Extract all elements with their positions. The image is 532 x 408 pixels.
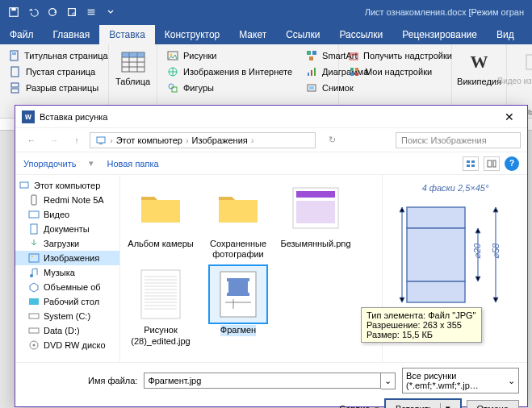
- svg-rect-48: [29, 254, 39, 262]
- back-button[interactable]: ←: [22, 131, 41, 150]
- save-icon[interactable]: [5, 3, 23, 21]
- smartart-icon: [305, 49, 318, 62]
- page-break-button[interactable]: Разрыв страницы: [6, 80, 102, 96]
- tab-design[interactable]: Конструктор: [155, 25, 229, 44]
- svg-rect-29: [309, 86, 314, 90]
- wikipedia-button[interactable]: W Википедия: [459, 48, 500, 88]
- svg-text:⌀58: ⌀58: [491, 243, 501, 259]
- file-jpg-1[interactable]: Рисунок (28)_edited.jpg: [125, 266, 196, 346]
- organize-button[interactable]: Упорядочить: [23, 159, 76, 169]
- pictures-button[interactable]: Рисунки: [164, 48, 295, 64]
- svg-rect-78: [407, 207, 465, 228]
- redo-icon[interactable]: [44, 3, 61, 21]
- window-title: Лист ознакомления.docx [Режим огран: [365, 7, 532, 17]
- addins-icon: [348, 65, 361, 78]
- svg-rect-38: [467, 160, 470, 163]
- tree-drive-d[interactable]: Data (D:): [15, 323, 119, 338]
- forward-button[interactable]: →: [44, 131, 64, 150]
- qat-dropdown-icon[interactable]: [102, 3, 119, 21]
- svg-rect-37: [99, 144, 103, 144]
- tab-insert[interactable]: Вставка: [99, 25, 155, 44]
- svg-text:⌀20: ⌀20: [472, 243, 482, 259]
- tab-refs[interactable]: Ссылки: [276, 25, 329, 44]
- svg-rect-47: [31, 224, 37, 234]
- tree-video[interactable]: Видео: [15, 207, 119, 222]
- up-button[interactable]: ↑: [67, 131, 86, 150]
- svg-rect-33: [350, 73, 354, 76]
- svg-rect-73: [227, 278, 249, 281]
- filename-label: Имя файла:: [88, 376, 137, 385]
- online-icon: [166, 65, 179, 78]
- get-addins-button[interactable]: Получить надстройки: [346, 48, 445, 64]
- file-filter[interactable]: Все рисунки (*.emf;*.wmf;*.jp…⌄: [402, 368, 519, 393]
- svg-rect-5: [10, 51, 18, 60]
- tab-layout[interactable]: Макет: [229, 25, 276, 44]
- my-addins-button[interactable]: Мои надстройки: [346, 64, 445, 80]
- tab-home[interactable]: Главная: [44, 25, 100, 44]
- blank-page-button[interactable]: Пустая страница: [6, 64, 102, 80]
- file-folder-2[interactable]: Сохраненные фотографии: [203, 180, 274, 260]
- page-icon: [9, 49, 20, 62]
- close-button[interactable]: ✕: [498, 109, 521, 125]
- svg-rect-7: [11, 67, 19, 77]
- svg-rect-40: [467, 164, 470, 167]
- refresh-button[interactable]: ↻: [322, 131, 341, 150]
- new-folder-button[interactable]: Новая папка: [107, 159, 158, 169]
- file-png[interactable]: Безымянный.png: [280, 180, 351, 260]
- qat-icon[interactable]: [63, 3, 81, 21]
- tree-dvd[interactable]: DVD RW диско: [15, 338, 119, 352]
- filename-input[interactable]: [144, 373, 381, 389]
- tab-file[interactable]: Файл: [0, 25, 44, 44]
- cover-page-button[interactable]: Титульная страница: [6, 48, 102, 64]
- svg-rect-44: [20, 182, 28, 188]
- breadcrumb[interactable]: › Этот компьютер › Изображения ›: [90, 132, 316, 148]
- break-icon: [9, 81, 22, 94]
- table-icon: [120, 49, 146, 75]
- insert-button[interactable]: Вставить▾: [384, 398, 462, 408]
- svg-rect-6: [12, 52, 16, 55]
- tree-phone[interactable]: Redmi Note 5A: [15, 193, 119, 207]
- svg-rect-59: [141, 270, 180, 318]
- svg-rect-52: [29, 314, 39, 318]
- svg-rect-45: [31, 195, 36, 205]
- svg-rect-32: [355, 68, 358, 71]
- svg-rect-39: [471, 160, 475, 163]
- tab-review[interactable]: Рецензирование: [392, 25, 487, 44]
- svg-rect-80: [407, 281, 465, 302]
- tab-mail[interactable]: Рассылки: [329, 25, 392, 44]
- svg-point-18: [170, 54, 173, 56]
- undo-icon[interactable]: [24, 3, 42, 21]
- svg-point-20: [169, 84, 174, 89]
- svg-rect-51: [29, 298, 39, 305]
- view-icons-button[interactable]: [463, 156, 479, 171]
- svg-rect-41: [471, 164, 475, 167]
- tree-pictures[interactable]: Изображения: [15, 251, 119, 265]
- tree-music[interactable]: Музыка: [15, 265, 119, 280]
- tab-view[interactable]: Вид: [487, 25, 524, 44]
- tree-docs[interactable]: Документы: [15, 222, 119, 236]
- tools-button[interactable]: Сервис: [339, 404, 370, 409]
- tree-pc[interactable]: Этот компьютер: [15, 178, 119, 193]
- help-button[interactable]: ?: [505, 156, 519, 171]
- video-icon: [523, 49, 533, 75]
- search-input[interactable]: Поиск: Изображения: [396, 132, 521, 148]
- tree-drive-c[interactable]: System (C:): [15, 309, 119, 323]
- svg-rect-23: [312, 51, 316, 55]
- tree-3d[interactable]: Объемные об: [15, 280, 119, 294]
- cancel-button[interactable]: Отмена: [467, 400, 519, 409]
- file-selected[interactable]: Фрагмен: [203, 266, 274, 346]
- tree-downloads[interactable]: Загрузки: [15, 236, 119, 251]
- table-button[interactable]: Таблица: [115, 48, 150, 88]
- view-preview-button[interactable]: [484, 156, 500, 171]
- tree-desktop[interactable]: Рабочий стол: [15, 294, 119, 309]
- svg-rect-35: [526, 55, 533, 69]
- qat-more-icon[interactable]: [82, 3, 100, 21]
- shapes-button[interactable]: Фигуры: [164, 80, 295, 96]
- file-folder-1[interactable]: Альбом камеры: [125, 180, 196, 260]
- dialog-title: Вставка рисунка: [40, 112, 107, 122]
- online-pictures-button[interactable]: Изображения в Интернете: [164, 64, 295, 80]
- tab-help[interactable]: Справка: [524, 25, 532, 44]
- svg-rect-1: [11, 8, 15, 11]
- svg-rect-34: [355, 73, 358, 76]
- video-button[interactable]: Видео из Интернета: [513, 48, 532, 87]
